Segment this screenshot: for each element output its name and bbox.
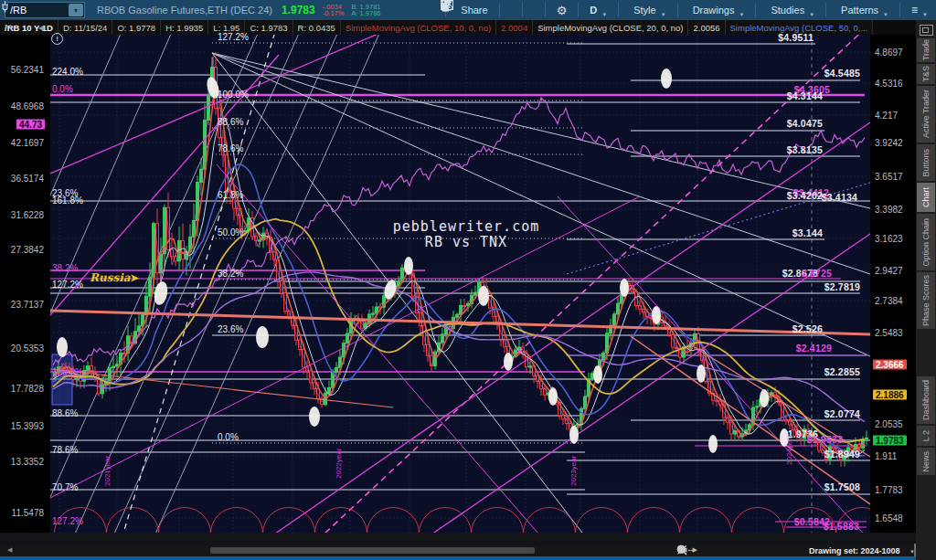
- sidebar-tab-dashboard[interactable]: Dashboard: [917, 376, 935, 424]
- sidebar-tab-trade[interactable]: Trade: [917, 38, 935, 62]
- sidebar-tab-option-chain[interactable]: Option Chain: [917, 214, 935, 270]
- chart-drawing-layer: [0, 0, 916, 560]
- sidebar-tab-l-2[interactable]: L 2: [917, 426, 935, 446]
- left-right-arrow-icon[interactable]: ↔: [686, 544, 695, 554]
- right-sidebar: TradeT&SActive TraderButtonsChartOption …: [916, 20, 936, 560]
- thinkorswim-window: /RB ▼ RBOB Gasoline Futures,ETH (DEC 24)…: [0, 0, 936, 560]
- sidebar-tab-t-s[interactable]: T&S: [917, 64, 935, 84]
- drawing-set-label[interactable]: Drawing set: 2024-1008: [809, 546, 900, 555]
- panel-layout-icon[interactable]: [920, 25, 933, 36]
- sidebar-tab-chart[interactable]: Chart: [917, 183, 935, 212]
- sidebar-tab-news[interactable]: News: [917, 448, 935, 475]
- bottom-edge-strip: [0, 556, 936, 560]
- sidebar-tab-phase-scores[interactable]: Phase Scores: [917, 272, 935, 329]
- sidebar-tab-buttons[interactable]: Buttons: [917, 144, 935, 181]
- sidebar-tab-active-trader[interactable]: Active Trader: [917, 86, 935, 143]
- scroll-left-icon[interactable]: ◀: [7, 546, 12, 554]
- chart-scrollbar-thumb[interactable]: [210, 547, 535, 554]
- time-axis[interactable]: [0, 533, 916, 545]
- bottom-toolbar-icons: ● ↔: [676, 544, 717, 554]
